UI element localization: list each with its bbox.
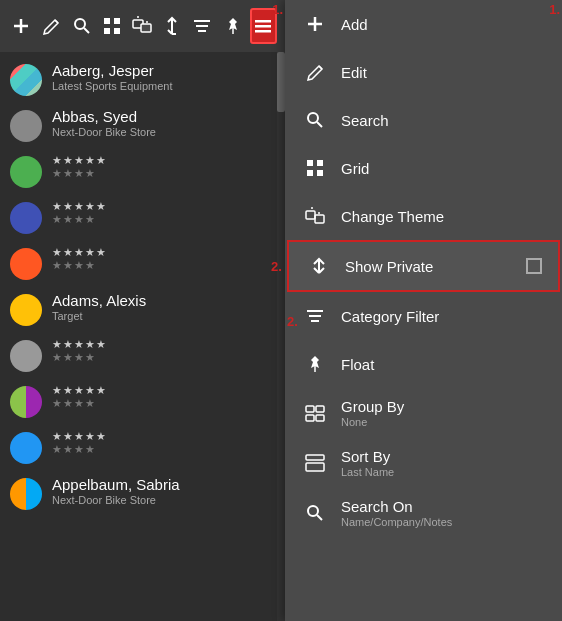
menu-item-change-theme[interactable]: Change Theme bbox=[285, 192, 562, 240]
badge-1: 1. bbox=[272, 2, 283, 17]
contact-stars: ★★★★★ bbox=[52, 200, 275, 213]
scrollbar-thumb[interactable] bbox=[277, 52, 285, 112]
contact-info: Aaberg, Jesper Latest Sports Equipment bbox=[52, 62, 275, 92]
svg-rect-29 bbox=[311, 320, 319, 322]
svg-rect-33 bbox=[306, 415, 314, 421]
menu-item-show-private[interactable]: 2. Show Private bbox=[287, 240, 560, 292]
svg-rect-36 bbox=[306, 463, 324, 471]
theme-icon bbox=[301, 202, 329, 230]
menu-item-sort-by-label: Sort By bbox=[341, 448, 546, 465]
svg-rect-15 bbox=[255, 25, 271, 28]
search-button[interactable] bbox=[68, 8, 94, 44]
menu-item-category-filter[interactable]: Category Filter bbox=[285, 292, 562, 340]
contact-item[interactable]: ★★★★★ ★★★★ bbox=[0, 240, 285, 286]
avatar bbox=[10, 156, 42, 188]
contact-sub: Latest Sports Equipment bbox=[52, 80, 275, 92]
badge-2-overlay: 2. bbox=[287, 314, 298, 329]
contact-item[interactable]: Adams, Alexis Target bbox=[0, 286, 285, 332]
svg-rect-7 bbox=[114, 28, 120, 34]
badge-1-overlay: 1. bbox=[549, 2, 560, 17]
contact-name: Abbas, Syed bbox=[52, 108, 275, 125]
menu-item-group-by-info: Group By None bbox=[341, 398, 546, 428]
svg-rect-34 bbox=[316, 415, 324, 421]
plus-icon bbox=[301, 10, 329, 38]
contact-info: ★★★★★ ★★★★ bbox=[52, 246, 275, 272]
svg-rect-23 bbox=[307, 170, 313, 176]
sort-button[interactable] bbox=[159, 8, 185, 44]
contact-stars2: ★★★★ bbox=[52, 167, 275, 180]
menu-item-edit-label: Edit bbox=[341, 64, 546, 81]
add-button[interactable] bbox=[8, 8, 34, 44]
contact-info: Adams, Alexis Target bbox=[52, 292, 275, 322]
contact-item[interactable]: ★★★★★ ★★★★ bbox=[0, 424, 285, 470]
avatar bbox=[10, 202, 42, 234]
grid-button[interactable] bbox=[99, 8, 125, 44]
scrollbar-track[interactable] bbox=[277, 52, 285, 621]
contact-info: Abbas, Syed Next-Door Bike Store bbox=[52, 108, 275, 138]
menu-item-grid-label: Grid bbox=[341, 160, 546, 177]
svg-rect-16 bbox=[255, 30, 271, 33]
menu-item-sort-by[interactable]: Sort By Last Name bbox=[285, 438, 562, 488]
menu-item-add[interactable]: Add bbox=[285, 0, 562, 48]
menu-item-float-label: Float bbox=[341, 356, 546, 373]
svg-rect-31 bbox=[306, 406, 314, 412]
menu-item-sort-by-info: Sort By Last Name bbox=[341, 448, 546, 478]
edit-button[interactable] bbox=[38, 8, 64, 44]
menu-item-category-filter-label: Category Filter bbox=[341, 308, 546, 325]
menu-item-edit[interactable]: Edit bbox=[285, 48, 562, 96]
contact-item[interactable]: ★★★★★ ★★★★ bbox=[0, 148, 285, 194]
contact-item[interactable]: Appelbaum, Sabria Next-Door Bike Store bbox=[0, 470, 285, 516]
contact-stars: ★★★★★ bbox=[52, 338, 275, 351]
dropdown-menu: Add Edit Search bbox=[285, 0, 562, 621]
svg-rect-10 bbox=[194, 20, 210, 22]
grid-icon bbox=[301, 154, 329, 182]
contact-item[interactable]: Aaberg, Jesper Latest Sports Equipment bbox=[0, 56, 285, 102]
contact-sub: Target bbox=[52, 310, 275, 322]
menu-item-search-on[interactable]: Search On Name/Company/Notes bbox=[285, 488, 562, 538]
svg-point-2 bbox=[75, 19, 85, 29]
contact-info: ★★★★★ ★★★★ bbox=[52, 384, 275, 410]
contact-stars2: ★★★★ bbox=[52, 213, 275, 226]
svg-rect-28 bbox=[309, 315, 321, 317]
pin-button[interactable] bbox=[220, 8, 246, 44]
contact-sub: Next-Door Bike Store bbox=[52, 494, 275, 506]
contact-item[interactable]: ★★★★★ ★★★★ bbox=[0, 378, 285, 424]
avatar bbox=[10, 64, 42, 96]
filter-button[interactable] bbox=[189, 8, 215, 44]
transfer-button[interactable] bbox=[129, 8, 155, 44]
svg-rect-9 bbox=[141, 24, 151, 32]
contact-stars2: ★★★★ bbox=[52, 443, 275, 456]
contact-sub: Next-Door Bike Store bbox=[52, 126, 275, 138]
float-icon bbox=[301, 350, 329, 378]
svg-rect-22 bbox=[317, 160, 323, 166]
svg-point-37 bbox=[308, 506, 318, 516]
menu-item-float[interactable]: Float bbox=[285, 340, 562, 388]
svg-rect-32 bbox=[316, 406, 324, 412]
menu-item-add-label: Add bbox=[341, 16, 546, 33]
menu-item-search[interactable]: Search bbox=[285, 96, 562, 144]
menu-item-group-by-label: Group By bbox=[341, 398, 546, 415]
menu-item-group-by[interactable]: Group By None bbox=[285, 388, 562, 438]
contact-item[interactable]: ★★★★★ ★★★★ bbox=[0, 194, 285, 240]
menu-item-search-on-info: Search On Name/Company/Notes bbox=[341, 498, 546, 528]
svg-rect-27 bbox=[307, 310, 323, 312]
menu-item-grid[interactable]: Grid bbox=[285, 144, 562, 192]
svg-rect-12 bbox=[198, 30, 206, 32]
avatar bbox=[10, 478, 42, 510]
contact-item[interactable]: Abbas, Syed Next-Door Bike Store bbox=[0, 102, 285, 148]
contact-stars2: ★★★★ bbox=[52, 351, 275, 364]
contact-name: Aaberg, Jesper bbox=[52, 62, 275, 79]
contact-stars2: ★★★★ bbox=[52, 259, 275, 272]
contact-item[interactable]: ★★★★★ ★★★★ bbox=[0, 332, 285, 378]
search-icon bbox=[301, 106, 329, 134]
group-by-icon bbox=[301, 399, 329, 427]
svg-rect-35 bbox=[306, 455, 324, 460]
main-panel: 1. Aaberg, Jesper Latest Sports Equipmen… bbox=[0, 0, 285, 621]
show-private-checkbox[interactable] bbox=[526, 258, 542, 274]
svg-rect-26 bbox=[315, 215, 324, 223]
contact-list[interactable]: Aaberg, Jesper Latest Sports Equipment A… bbox=[0, 52, 285, 621]
contact-info: Appelbaum, Sabria Next-Door Bike Store bbox=[52, 476, 275, 506]
avatar bbox=[10, 248, 42, 280]
svg-line-20 bbox=[317, 122, 322, 127]
badge-2: 2. bbox=[271, 259, 282, 274]
